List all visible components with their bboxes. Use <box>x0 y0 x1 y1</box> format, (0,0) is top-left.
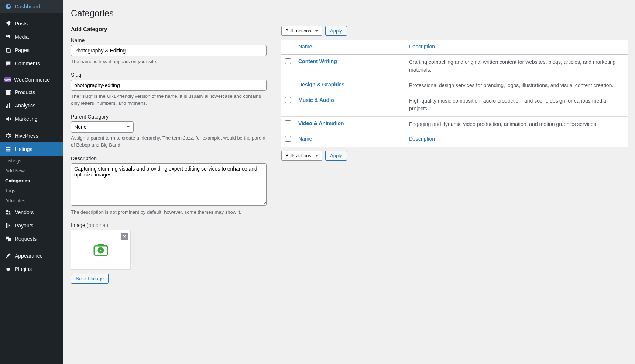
category-link[interactable]: Music & Audio <box>298 97 334 103</box>
archive-icon <box>4 89 12 96</box>
sidebar-item-label: Payouts <box>15 223 34 229</box>
description-textarea[interactable] <box>71 163 267 206</box>
close-icon: ✕ <box>122 233 127 239</box>
sidebar-item-label: Marketing <box>15 116 37 122</box>
main-content: Categories Add Category Name The name is… <box>64 0 635 305</box>
select-image-button[interactable]: Select Image <box>71 274 109 284</box>
dashboard-icon <box>4 3 12 10</box>
sidebar-item-label: Dashboard <box>15 4 40 10</box>
chat-icon <box>4 235 12 243</box>
bulk-actions-select-top[interactable]: Bulk actions <box>281 26 322 36</box>
slug-input[interactable] <box>71 80 267 91</box>
sidebar-item-products[interactable]: Products <box>0 86 64 99</box>
sidebar-item-listings[interactable]: Listings <box>0 142 64 156</box>
row-checkbox[interactable] <box>285 120 291 126</box>
svg-rect-6 <box>7 104 8 108</box>
category-link[interactable]: Content Writing <box>298 58 337 64</box>
table-row: Video & Animation Engaging and dynamic v… <box>281 117 628 132</box>
sidebar-item-appearance[interactable]: Appearance <box>0 249 64 262</box>
sidebar-item-hivepress[interactable]: HivePress <box>0 129 64 142</box>
add-category-form: Add Category Name The name is how it app… <box>71 26 267 290</box>
sidebar-item-label: Appearance <box>15 253 43 259</box>
select-all-checkbox-top[interactable] <box>285 44 291 49</box>
apply-button-top[interactable]: Apply <box>325 26 347 36</box>
sidebar-item-woocommerce[interactable]: woo WooCommerce <box>0 74 64 86</box>
sidebar-item-label: Listings <box>15 146 32 152</box>
column-footer-name[interactable]: Name <box>295 132 405 147</box>
category-list-panel: Bulk actions Apply Name Description Cont… <box>281 26 628 290</box>
table-row: Design & Graphics Professional design se… <box>281 78 628 93</box>
sidebar-item-label: HivePress <box>15 133 38 139</box>
sidebar-item-label: Posts <box>15 21 28 27</box>
sidebar-item-label: Comments <box>15 61 40 66</box>
sidebar-item-requests[interactable]: Requests <box>0 232 64 245</box>
sidebar-item-media[interactable]: Media <box>0 30 64 44</box>
row-checkbox[interactable] <box>285 97 291 103</box>
svg-rect-3 <box>6 91 11 95</box>
category-link[interactable]: Video & Animation <box>298 120 344 126</box>
svg-point-11 <box>6 210 8 212</box>
sidebar-item-dashboard[interactable]: Dashboard <box>0 0 64 13</box>
svg-rect-5 <box>6 106 7 108</box>
select-all-checkbox-bottom[interactable] <box>285 136 291 142</box>
slug-label: Slug <box>71 72 267 78</box>
parent-select[interactable]: None <box>71 121 134 133</box>
sidebar-item-label: Vendors <box>15 209 34 215</box>
sidebar-item-label: WooCommerce <box>14 77 50 83</box>
megaphone-icon <box>4 115 12 123</box>
svg-rect-7 <box>9 103 10 108</box>
sidebar-item-label: Media <box>15 34 29 40</box>
svg-rect-4 <box>6 90 11 91</box>
description-help: The description is not prominent by defa… <box>71 209 267 216</box>
users-icon <box>4 209 12 216</box>
sidebar-item-vendors[interactable]: Vendors <box>0 206 64 219</box>
remove-image-button[interactable]: ✕ <box>121 233 128 240</box>
category-description: High-quality music composition, audio pr… <box>405 93 628 117</box>
brush-icon <box>4 252 12 260</box>
chart-icon <box>4 102 12 109</box>
logout-icon <box>4 222 12 229</box>
sidebar-item-label: Plugins <box>15 266 32 272</box>
form-heading: Add Category <box>71 26 267 32</box>
gear-icon <box>4 132 12 140</box>
column-header-description[interactable]: Description <box>405 40 628 55</box>
name-help: The name is how it appears on your site. <box>71 58 267 65</box>
svg-point-0 <box>6 35 8 37</box>
submenu-categories[interactable]: Categories <box>0 176 64 186</box>
page-title: Categories <box>71 4 628 26</box>
camera-icon <box>92 241 110 260</box>
sidebar-item-payouts[interactable]: Payouts <box>0 219 64 232</box>
sidebar-item-analytics[interactable]: Analytics <box>0 99 64 112</box>
category-description: Professional design services for brandin… <box>405 78 628 93</box>
row-checkbox[interactable] <box>285 82 291 87</box>
submenu-listings[interactable]: Listings <box>0 156 64 166</box>
svg-rect-8 <box>6 147 11 148</box>
column-footer-description[interactable]: Description <box>405 132 628 147</box>
sidebar-item-pages[interactable]: Pages <box>0 44 64 57</box>
sidebar-item-label: Requests <box>15 236 37 242</box>
apply-button-bottom[interactable]: Apply <box>325 151 347 161</box>
submenu-add-new[interactable]: Add New <box>0 166 64 176</box>
sidebar-item-posts[interactable]: Posts <box>0 17 64 30</box>
sidebar-item-marketing[interactable]: Marketing <box>0 112 64 126</box>
svg-rect-10 <box>6 151 11 152</box>
sidebar-item-label: Analytics <box>15 103 35 109</box>
sidebar-item-plugins[interactable]: Plugins <box>0 262 64 276</box>
image-preview: ✕ <box>71 230 131 270</box>
sidebar-item-label: Pages <box>15 47 30 53</box>
svg-point-15 <box>100 249 102 251</box>
bulk-actions-select-bottom[interactable]: Bulk actions <box>281 151 322 161</box>
submenu-tags[interactable]: Tags <box>0 186 64 196</box>
name-input[interactable] <box>71 45 267 56</box>
category-description: Crafting compelling and original written… <box>405 55 628 78</box>
submenu-attributes[interactable]: Attributes <box>0 196 64 206</box>
svg-rect-9 <box>6 149 11 150</box>
row-checkbox[interactable] <box>285 58 291 64</box>
category-description: Engaging and dynamic video production, a… <box>405 117 628 132</box>
table-row: Music & Audio High-quality music composi… <box>281 93 628 117</box>
admin-sidebar: Dashboard Posts Media Pages Comments woo… <box>0 0 64 305</box>
column-header-name[interactable]: Name <box>295 40 405 55</box>
listings-icon <box>4 145 12 153</box>
category-link[interactable]: Design & Graphics <box>298 82 344 87</box>
sidebar-item-comments[interactable]: Comments <box>0 57 64 70</box>
